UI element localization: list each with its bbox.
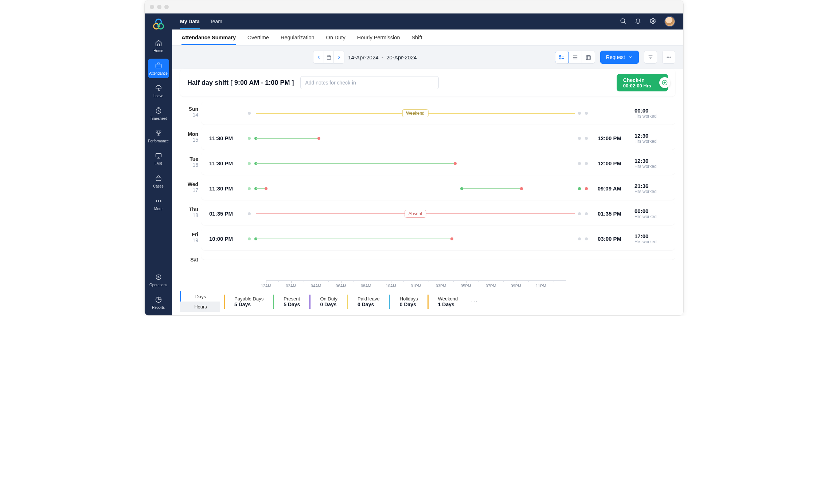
app-logo [153,19,164,29]
axis-label: 06AM [336,284,346,288]
summary-toggle-hours[interactable]: Hours [180,302,220,312]
traffic-light-min[interactable] [157,5,161,9]
svg-point-7 [156,275,161,279]
view-list-button[interactable] [569,51,582,63]
date-range-label: 14-Apr-2024 - 20-Apr-2024 [348,54,417,60]
sidebar-item-cases[interactable]: Cases [148,172,169,191]
axis-label: 09PM [511,284,521,288]
stat-value: 5 Days [284,302,300,307]
view-calendar-button[interactable] [582,51,595,63]
subtab-attendance-summary[interactable]: Attendance Summary [181,30,236,45]
topnav-tab-mydata[interactable]: My Data [180,14,200,29]
summary-stat: Present5 Days [273,295,309,309]
sidebar-item-timesheet[interactable]: Timesheet [148,104,169,123]
request-button[interactable]: Request [600,51,639,64]
summary-footer: Days Hours Payable Days5 DaysPresent5 Da… [180,291,675,312]
sidebar-label: Leave [153,94,163,98]
umbrella-icon [155,84,163,92]
day-card[interactable]: 11:30 PM12:00 PM12:30Hrs worked [201,127,675,150]
sidebar-item-lms[interactable]: LMS [148,149,169,169]
day-of-week: Sat [180,257,198,263]
day-card[interactable]: 01:35 PMAbsent01:35 PM00:00Hrs worked [201,202,675,225]
checkin-timer: 00:02:00 Hrs [623,83,651,88]
track-bar [249,236,581,242]
sidebar-item-home[interactable]: Home [148,36,169,56]
sidebar-item-reports[interactable]: Reports [148,293,169,312]
subtab-onduty[interactable]: On Duty [326,30,345,45]
stat-label: Paid leave [358,296,380,302]
topnav-tab-team[interactable]: Team [210,14,222,29]
date-prev-button[interactable] [313,51,324,64]
out-time: 12:00 PM [588,160,621,166]
case-icon [155,174,163,182]
svg-rect-0 [156,64,161,68]
filter-button[interactable] [644,51,657,64]
day-card[interactable]: Weekend00:00Hrs worked [201,102,675,125]
axis-label: 05PM [461,284,471,288]
sidebar-item-performance[interactable]: Performance [148,126,169,146]
sidebar-item-attendance[interactable]: Attendance [148,59,169,78]
svg-point-10 [652,20,654,22]
summary-stat: Holidays0 Days [389,295,427,309]
svg-rect-2 [156,153,161,157]
summary-more-button[interactable]: ⋯ [467,298,477,306]
day-card[interactable] [201,252,675,260]
summary-stat: Weekend1 Days [427,295,468,309]
hours-value: 00:00 [634,107,667,114]
day-card[interactable]: 10:00 PM03:00 PM17:00Hrs worked [201,227,675,250]
subtab-hourly-permission[interactable]: Hourly Permission [357,30,400,45]
stat-label: Payable Days [234,296,263,302]
day-of-week: Wed [180,181,198,187]
more-options-button[interactable] [662,51,675,64]
svg-rect-13 [559,58,561,59]
sidebar-label: LMS [155,162,162,166]
traffic-light-max[interactable] [164,5,169,9]
in-time: 11:30 PM [209,185,243,192]
hours-label: Hrs worked [634,239,667,244]
date-next-button[interactable] [334,51,344,64]
hours-label: Hrs worked [634,189,667,194]
hours-value: 12:30 [634,158,667,164]
search-icon[interactable] [620,17,626,26]
view-timeline-button[interactable] [555,51,569,63]
summary-toggle-days[interactable]: Days [180,291,220,302]
svg-point-6 [160,201,161,202]
day-of-week: Tue [180,156,198,162]
out-time: 09:09 AM [588,185,621,192]
briefcase-icon [155,62,163,70]
sidebar-item-leave[interactable]: Leave [148,81,169,101]
svg-point-5 [158,201,159,202]
settings-icon[interactable] [649,17,656,26]
calendar-icon[interactable] [324,51,334,64]
subtab-regularization[interactable]: Regularization [281,30,315,45]
hours-label: Hrs worked [634,114,667,119]
stat-label: On Duty [320,296,337,302]
checkin-notes-input[interactable] [300,76,439,89]
day-card[interactable]: 11:30 PM09:09 AM21:36Hrs worked [201,177,675,200]
sidebar-item-more[interactable]: More [148,194,169,214]
traffic-light-close[interactable] [150,5,154,9]
bell-icon[interactable] [634,17,641,26]
hours-value: 21:36 [634,183,667,189]
sidebar-item-operations[interactable]: Operations [148,270,169,290]
day-card[interactable]: 11:30 PM12:00 PM12:30Hrs worked [201,152,675,175]
date-from: 14-Apr-2024 [348,54,378,60]
hours-label: Hrs worked [634,214,667,219]
user-avatar[interactable] [664,16,675,27]
svg-rect-12 [559,55,561,57]
stat-label: Holidays [400,296,418,302]
checkin-button[interactable]: Check-in 00:02:00 Hrs [617,74,668,91]
gear-play-icon [155,273,163,281]
day-number: 16 [180,162,198,168]
subtab-overtime[interactable]: Overtime [247,30,269,45]
in-time: 10:00 PM [209,236,243,242]
out-time: 12:00 PM [588,135,621,141]
stat-value: 0 Days [400,302,418,307]
sidebar-label: Reports [152,306,165,310]
window-title-bar [145,0,683,13]
stat-value: 5 Days [234,302,263,307]
out-time: 01:35 PM [588,210,621,217]
sidebar-label: More [154,207,163,211]
subtab-shift[interactable]: Shift [411,30,422,45]
timeline-row: Sun14Weekend00:00Hrs worked [180,102,675,125]
